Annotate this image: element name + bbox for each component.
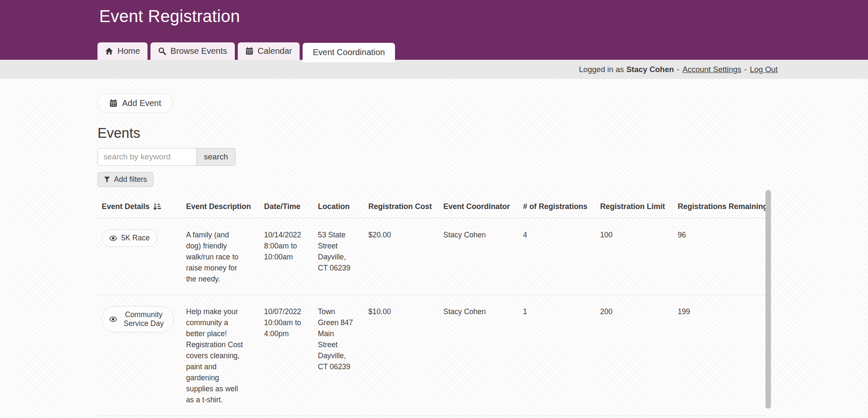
nav-tabs: Home Browse Events (97, 42, 395, 60)
column-header-registration-limit: Registration Limit (597, 197, 674, 218)
registration-limit: 100 (600, 231, 612, 239)
column-header-event-coordinator: Event Coordinator (440, 197, 520, 218)
registrations-remaining: 199 (678, 307, 690, 316)
event-details-button[interactable]: 5K Race (102, 229, 157, 247)
event-coordinator: Stacy Cohen (443, 307, 486, 316)
event-date-time: 10/14/2022 8:00am to 10:00am (264, 229, 305, 262)
main-content: Add Event Events search Add filters Even… (0, 79, 868, 416)
num-registrations: 1 (523, 307, 527, 316)
home-icon (105, 47, 113, 55)
table-row: 5K Race A family (and dog) friendly walk… (97, 218, 766, 295)
search-icon (158, 47, 166, 55)
tab-label: Event Coordination (313, 48, 385, 56)
tab-event-coordination[interactable]: Event Coordination (303, 43, 395, 62)
eye-icon (109, 234, 117, 242)
tab-label: Home (117, 47, 140, 55)
event-name: Community Service Day (121, 310, 166, 328)
user-bar: Logged in as Stacy Cohen - Account Setti… (0, 60, 868, 79)
event-description: Help make your community a better place!… (186, 306, 245, 405)
calendar-icon (245, 47, 253, 55)
sort-amount-icon[interactable] (153, 203, 161, 211)
search-input[interactable] (97, 148, 197, 166)
app-header: Event Registration Home Browse Events (0, 0, 868, 60)
column-header-registration-cost: Registration Cost (365, 197, 440, 218)
event-location: Town Green 847 Main Street Dayville, CT … (318, 306, 353, 372)
add-event-label: Add Event (122, 98, 161, 108)
tab-home[interactable]: Home (97, 42, 147, 60)
tab-calendar[interactable]: Calendar (238, 42, 300, 60)
separator: - (744, 65, 747, 74)
tab-label: Calendar (258, 47, 292, 55)
event-name: 5K Race (121, 234, 150, 242)
table-scrollbar[interactable] (765, 190, 771, 409)
column-header-registrations-remaining: Registrations Remaining (674, 197, 766, 218)
event-coordinator: Stacy Cohen (443, 231, 486, 239)
add-event-button[interactable]: Add Event (97, 93, 173, 113)
search-button[interactable]: search (196, 148, 236, 166)
tab-browse-events[interactable]: Browse Events (150, 42, 234, 60)
add-filters-button[interactable]: Add filters (97, 172, 153, 187)
event-description: A family (and dog) friendly walk/run rac… (186, 229, 245, 284)
table-header-row: Event Details (97, 197, 766, 218)
column-header-event-description: Event Description (183, 197, 261, 218)
column-header-date-time: Date/Time (261, 197, 314, 218)
registration-limit: 200 (600, 307, 612, 316)
column-header-location: Location (314, 197, 365, 218)
column-header-event-details[interactable]: Event Details (97, 197, 183, 218)
event-location: 53 State Street Dayville, CT 06239 (318, 229, 353, 273)
registrations-remaining: 96 (678, 231, 686, 239)
num-registrations: 4 (523, 231, 527, 239)
page-title: Event Registration (99, 7, 240, 26)
events-table: Event Details (97, 197, 766, 416)
column-header-num-registrations: # of Registrations (520, 197, 597, 218)
event-details-button[interactable]: Community Service Day (102, 306, 174, 332)
log-out-link[interactable]: Log Out (750, 65, 778, 74)
event-date-time: 10/07/2022 10:00am to 4:00pm (264, 306, 305, 339)
table-row: Community Service Day Help make your com… (97, 295, 766, 416)
registration-cost: $20.00 (368, 231, 391, 239)
calendar-icon (109, 99, 117, 107)
events-heading: Events (97, 125, 868, 141)
account-settings-link[interactable]: Account Settings (682, 65, 741, 74)
tab-label: Browse Events (170, 47, 227, 55)
registration-cost: $10.00 (368, 307, 391, 316)
eye-icon (109, 315, 117, 323)
separator: - (677, 65, 679, 74)
add-filters-label: Add filters (114, 175, 147, 184)
search-row: search (97, 148, 868, 166)
logged-in-text: Logged in as (579, 65, 624, 74)
user-name: Stacy Cohen (626, 65, 674, 74)
events-table-wrap: Event Details (97, 197, 766, 416)
filter-icon (104, 176, 110, 183)
